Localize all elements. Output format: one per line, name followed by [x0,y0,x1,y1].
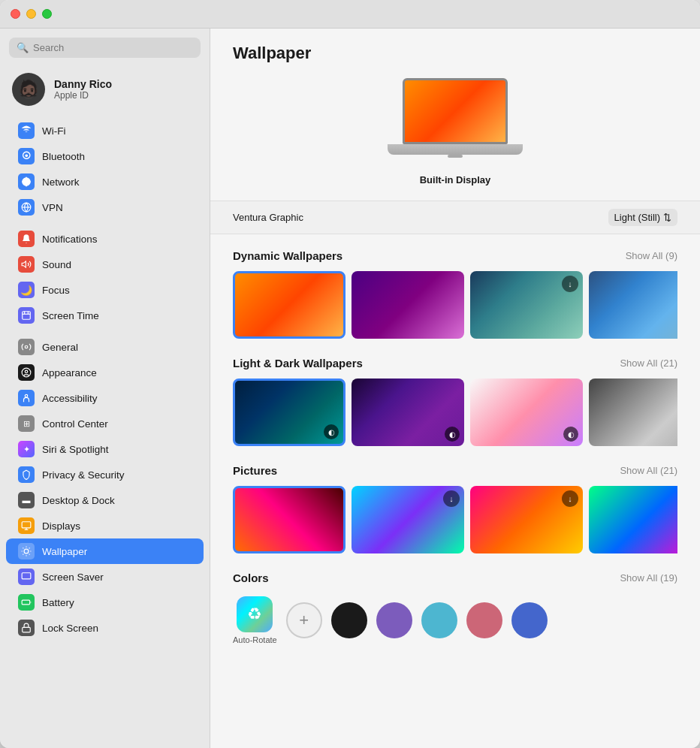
wallpaper-thumb-pic-1[interactable] [233,486,345,553]
sidebar-label-lockscreen: Lock Screen [42,623,98,634]
sidebar-item-privacy[interactable]: Privacy & Security [6,462,204,487]
wifi-icon [18,122,35,139]
sidebar-item-lockscreen[interactable]: Lock Screen [6,615,204,641]
sidebar-item-focus[interactable]: 🌙 Focus [6,277,204,303]
search-input[interactable] [33,42,193,53]
mode-badge-1: ◐ [324,424,339,439]
download-badge-1: ↓ [562,276,578,292]
auto-rotate-button[interactable]: ♻ Auto-Rotate [233,596,277,644]
color-swatch-purple[interactable] [376,602,412,638]
user-name: Danny Rico [54,78,112,90]
sidebar-item-notifications[interactable]: Notifications [6,226,204,252]
svg-rect-5 [23,312,31,320]
main-content: Wallpaper Built-in Display Ventura Graph… [210,29,700,748]
sidebar-item-general[interactable]: General [6,334,204,360]
style-select[interactable]: Light (Still) ⇅ [608,209,677,226]
screentime-icon [18,307,35,324]
sidebar-item-screensaver[interactable]: Screen Saver [6,564,204,590]
sidebar-label-displays: Displays [42,520,80,532]
wallpaper-thumb-ld-1[interactable]: ◐ [233,379,345,446]
wallpaper-thumb-pic-3[interactable]: ↓ [470,486,583,553]
sidebar-item-bluetooth[interactable]: ⦿ Bluetooth [6,143,204,169]
sidebar-item-appearance[interactable]: Appearance [6,360,204,385]
wallpaper-thumb-dynamic-3[interactable]: ↓ [470,271,583,339]
sidebar-label-controlcenter: Control Center [42,418,108,430]
sound-icon [18,256,35,273]
dynamic-section-header: Dynamic Wallpapers Show All (9) [233,249,677,262]
color-swatch-rose[interactable] [466,602,502,638]
close-button[interactable] [11,9,20,19]
sidebar-label-battery: Battery [42,597,74,608]
download-badge-pic-2: ↓ [443,490,460,507]
wallpaper-thumb-ld-2[interactable]: ◐ [352,379,464,446]
svg-rect-23 [22,573,31,579]
sidebar-label-sound: Sound [42,259,71,270]
sidebar-label-wallpaper: Wallpaper [42,546,87,557]
sidebar-item-siri[interactable]: ✦ Siri & Spotlight [6,436,204,462]
color-swatch-blue[interactable] [511,602,548,638]
sidebar-item-displays[interactable]: Displays [6,513,204,538]
sidebar-network-section: Wi-Fi ⦿ Bluetooth Network [0,118,210,220]
sidebar-item-sound[interactable]: Sound [6,252,204,277]
sidebar-item-wifi[interactable]: Wi-Fi [6,118,204,143]
general-icon [18,339,35,355]
main-scroll-area[interactable]: Dynamic Wallpapers Show All (9) ↓ ↓ ↓ [210,234,700,748]
color-swatch-black[interactable] [331,602,367,638]
color-swatch-teal[interactable] [421,602,457,638]
svg-marker-4 [22,261,26,267]
pictures-show-all[interactable]: Show All (21) [620,465,677,476]
lightdark-section-title: Light & Dark Wallpapers [233,357,363,369]
svg-point-9 [25,370,28,373]
wallpaper-thumb-dynamic-1[interactable] [233,271,345,339]
wallpaper-thumb-pic-4[interactable]: ↓ [589,486,677,553]
mode-badge-2: ◐ [445,427,460,442]
pictures-section-header: Pictures Show All (21) [233,464,677,477]
avatar: 🧔🏿 [12,73,45,106]
focus-icon: 🌙 [18,282,35,298]
add-color-button[interactable]: + [286,602,322,638]
sidebar-item-screentime[interactable]: Screen Time [6,303,204,328]
wallpaper-icon [18,543,35,559]
sidebar-item-desktopdock[interactable]: ▬ Desktop & Dock [6,487,204,513]
controlcenter-icon: ⊞ [18,415,35,432]
display-label: Built-in Display [420,174,491,185]
wallpaper-thumb-pic-2[interactable]: ↓ [352,486,464,553]
minimize-button[interactable] [26,9,36,19]
dynamic-show-all[interactable]: Show All (9) [626,250,677,261]
style-select-label: Light (Still) [614,212,660,223]
wallpaper-thumb-dynamic-2[interactable] [352,271,464,339]
title-bar [0,0,700,29]
system-settings-window: 🔍 🧔🏿 Danny Rico Apple ID [0,0,700,748]
network-icon [18,173,35,190]
maximize-button[interactable] [42,9,52,19]
sidebar-item-wallpaper[interactable]: Wallpaper [6,538,204,564]
laptop-notch [448,155,463,158]
screensaver-icon [18,569,35,585]
mode-badge-3: ◐ [563,427,578,442]
sidebar-item-vpn[interactable]: VPN [6,195,204,220]
sidebar-item-battery[interactable]: Battery [6,590,204,615]
wallpaper-thumb-dynamic-4[interactable]: ↓ [589,271,677,339]
svg-line-21 [23,554,23,555]
colors-show-all[interactable]: Show All (19) [620,572,677,584]
sidebar-item-network[interactable]: Network [6,169,204,195]
dynamic-section-title: Dynamic Wallpapers [233,249,342,262]
wallpaper-thumb-ld-4[interactable]: ◐ [589,379,677,446]
search-icon: 🔍 [17,42,29,53]
svg-line-18 [29,554,30,555]
wallpaper-thumb-ld-3[interactable]: ◐ [470,379,583,446]
bluetooth-icon: ⦿ [18,148,35,164]
sidebar-label-privacy: Privacy & Security [42,469,125,481]
wallpaper-selector-bar: Ventura Graphic Light (Still) ⇅ [210,201,700,234]
user-profile[interactable]: 🧔🏿 Danny Rico Apple ID [0,67,210,115]
sidebar-label-vpn: VPN [42,202,63,213]
sidebar-preferences-section: General Appearance Accessibility [0,334,210,641]
lightdark-show-all[interactable]: Show All (21) [620,357,677,369]
color-swatches: ♻ Auto-Rotate + [233,596,677,644]
pictures-wallpaper-grid: ↓ ↓ ↓ [233,486,677,553]
search-bar[interactable]: 🔍 [9,38,201,58]
colors-section-title: Colors [233,572,269,584]
sidebar-item-controlcenter[interactable]: ⊞ Control Center [6,411,204,436]
download-badge-pic-3: ↓ [562,490,578,507]
sidebar-item-accessibility[interactable]: Accessibility [6,385,204,411]
